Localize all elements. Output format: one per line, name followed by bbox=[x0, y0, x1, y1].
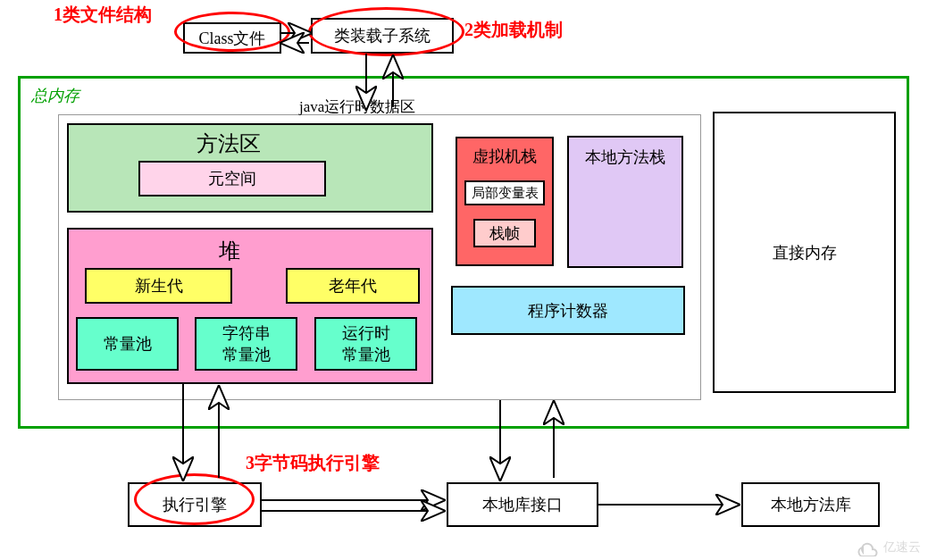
annotation-1: 1类文件结构 bbox=[54, 3, 152, 27]
watermark-text: 亿速云 bbox=[883, 539, 921, 556]
class-loader-label: 类装载子系统 bbox=[334, 25, 431, 46]
class-loader-box: 类装载子系统 bbox=[311, 18, 454, 54]
oldgen-label: 老年代 bbox=[329, 275, 377, 297]
stackframe-label: 栈帧 bbox=[489, 223, 520, 244]
localvars-label: 局部变量表 bbox=[472, 185, 539, 202]
runtimepool-box: 运行时 常量池 bbox=[314, 317, 417, 371]
annotation-2: 2类加载机制 bbox=[464, 18, 563, 42]
watermark: 亿速云 bbox=[857, 539, 921, 556]
execengine-label: 执行引擎 bbox=[163, 494, 227, 515]
pc-label: 程序计数器 bbox=[528, 300, 608, 322]
class-file-box: Class文件 bbox=[183, 22, 281, 54]
newgen-box: 新生代 bbox=[85, 268, 232, 304]
localvars-box: 局部变量表 bbox=[464, 180, 545, 205]
annotation-3: 3字节码执行引擎 bbox=[246, 451, 380, 475]
directmem-label: 直接内存 bbox=[773, 242, 837, 263]
execengine-box: 执行引擎 bbox=[128, 482, 262, 527]
oldgen-box: 老年代 bbox=[286, 268, 420, 304]
metaspace-box: 元空间 bbox=[138, 161, 326, 196]
nativestack-label: 本地方法栈 bbox=[585, 146, 665, 168]
stackframe-box: 栈帧 bbox=[473, 219, 536, 247]
nativelib-box: 本地方法库 bbox=[741, 482, 880, 527]
class-file-label: Class文件 bbox=[198, 28, 265, 49]
vmstack-title: 虚拟机栈 bbox=[472, 146, 537, 167]
stringpool-label: 字符串 常量池 bbox=[222, 322, 271, 365]
newgen-label: 新生代 bbox=[135, 275, 183, 297]
constpool-box: 常量池 bbox=[76, 317, 179, 371]
nativelib-if-label: 本地库接口 bbox=[482, 494, 563, 515]
total-memory-label: 总内存 bbox=[31, 85, 79, 106]
method-area-title: 方法区 bbox=[196, 130, 261, 158]
stringpool-box: 字符串 常量池 bbox=[195, 317, 297, 371]
constpool-label: 常量池 bbox=[104, 333, 152, 355]
nativestack-box: 本地方法栈 bbox=[567, 136, 683, 268]
heap-title: 堆 bbox=[219, 237, 240, 265]
directmem-box: 直接内存 bbox=[713, 112, 896, 393]
metaspace-label: 元空间 bbox=[208, 168, 256, 189]
pc-box: 程序计数器 bbox=[451, 286, 685, 335]
runtime-area-label: java运行时数据区 bbox=[299, 96, 415, 117]
runtimepool-label: 运行时 常量池 bbox=[342, 322, 390, 365]
nativelib-label: 本地方法库 bbox=[771, 494, 851, 515]
nativelib-if-box: 本地库接口 bbox=[447, 482, 598, 527]
